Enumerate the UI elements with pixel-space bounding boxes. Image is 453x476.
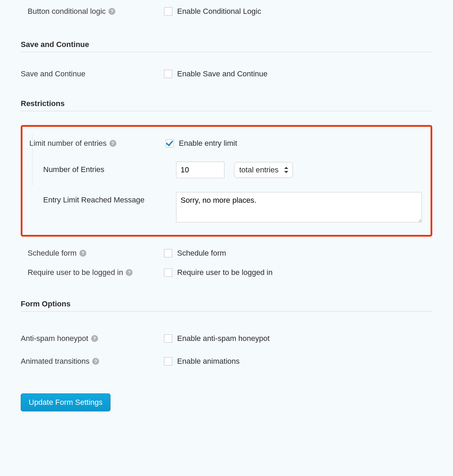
value-col: Require user to be logged in bbox=[164, 268, 432, 277]
label-require-login: Require user to be logged in ? bbox=[21, 268, 164, 277]
select-value: total entries bbox=[239, 165, 279, 174]
help-icon[interactable]: ? bbox=[109, 140, 116, 147]
checkbox-label: Enable anti-spam honeypot bbox=[177, 334, 270, 343]
label-save-continue: Save and Continue bbox=[21, 69, 164, 78]
value-col: total entries bbox=[176, 162, 431, 178]
label-text: Limit number of entries bbox=[29, 139, 107, 148]
value-col: Enable Conditional Logic bbox=[164, 7, 432, 16]
value-col: Schedule form bbox=[164, 249, 432, 258]
value-col bbox=[176, 192, 431, 225]
update-form-settings-button[interactable]: Update Form Settings bbox=[21, 393, 110, 411]
help-icon[interactable]: ? bbox=[91, 335, 98, 342]
row-animated-transitions: Animated transitions ? Enable animations bbox=[21, 353, 432, 369]
checkbox-label: Enable entry limit bbox=[179, 139, 237, 148]
value-col: Enable Save and Continue bbox=[164, 69, 432, 78]
label-text: Animated transitions bbox=[21, 357, 89, 366]
label-entry-limit-message: Entry Limit Reached Message bbox=[22, 192, 176, 225]
tree-line bbox=[32, 134, 32, 185]
row-entry-limit-message: Entry Limit Reached Message bbox=[22, 189, 431, 228]
row-schedule-form: Schedule form ? Schedule form bbox=[21, 245, 432, 261]
label-text: Save and Continue bbox=[21, 69, 85, 78]
select-entry-limit-period[interactable]: total entries bbox=[234, 162, 293, 178]
label-limit-entries: Limit number of entries ? bbox=[29, 139, 166, 148]
label-text: Entry Limit Reached Message bbox=[43, 196, 144, 204]
label-text: Button conditional logic bbox=[28, 7, 106, 16]
row-number-of-entries: Number of Entries total entries bbox=[22, 158, 431, 182]
label-text: Require user to be logged in bbox=[28, 268, 123, 277]
checkbox-enable-animations[interactable] bbox=[164, 357, 172, 365]
label-text: Number of Entries bbox=[43, 165, 104, 174]
label-animated-transitions: Animated transitions ? bbox=[21, 357, 164, 366]
checkbox-schedule-form[interactable] bbox=[164, 249, 172, 257]
chevron-updown-icon bbox=[284, 167, 288, 173]
checkbox-label: Enable Save and Continue bbox=[177, 69, 268, 78]
label-text: Schedule form bbox=[28, 249, 77, 258]
highlight-limit-entries: Limit number of entries ? Enable entry l… bbox=[21, 125, 432, 237]
textarea-entry-limit-message[interactable] bbox=[176, 192, 422, 222]
help-icon[interactable]: ? bbox=[108, 8, 115, 15]
checkbox-require-login[interactable] bbox=[164, 268, 172, 277]
label-honeypot: Anti-spam honeypot ? bbox=[21, 334, 164, 343]
checkbox-label: Schedule form bbox=[177, 249, 226, 258]
label-schedule-form: Schedule form ? bbox=[21, 249, 164, 258]
label-text: Anti-spam honeypot bbox=[21, 334, 88, 343]
help-icon[interactable]: ? bbox=[126, 269, 133, 276]
row-save-continue: Save and Continue Enable Save and Contin… bbox=[21, 66, 432, 82]
input-number-of-entries[interactable] bbox=[176, 162, 224, 178]
checkbox-label: Require user to be logged in bbox=[177, 268, 272, 277]
help-icon[interactable]: ? bbox=[92, 358, 99, 365]
value-col: Enable animations bbox=[164, 357, 432, 366]
row-honeypot: Anti-spam honeypot ? Enable anti-spam ho… bbox=[21, 331, 432, 346]
section-heading-save-continue: Save and Continue bbox=[21, 40, 432, 52]
row-limit-entries: Limit number of entries ? Enable entry l… bbox=[22, 135, 431, 151]
label-number-of-entries: Number of Entries bbox=[22, 162, 176, 178]
row-require-login: Require user to be logged in ? Require u… bbox=[21, 265, 432, 280]
value-col: Enable anti-spam honeypot bbox=[164, 334, 432, 343]
checkbox-enable-save-continue[interactable] bbox=[164, 70, 172, 78]
label-button-conditional-logic: Button conditional logic ? bbox=[21, 7, 164, 16]
help-icon[interactable]: ? bbox=[79, 250, 86, 257]
checkbox-enable-honeypot[interactable] bbox=[164, 334, 172, 343]
checkbox-label: Enable Conditional Logic bbox=[177, 7, 261, 16]
checkbox-label: Enable animations bbox=[177, 357, 240, 366]
checkbox-enable-entry-limit[interactable] bbox=[166, 139, 174, 147]
section-heading-form-options: Form Options bbox=[21, 299, 432, 312]
section-heading-restrictions: Restrictions bbox=[21, 99, 432, 111]
value-col: Enable entry limit bbox=[166, 139, 431, 148]
checkbox-enable-conditional-logic[interactable] bbox=[164, 7, 172, 16]
row-button-conditional-logic: Button conditional logic ? Enable Condit… bbox=[21, 3, 432, 19]
